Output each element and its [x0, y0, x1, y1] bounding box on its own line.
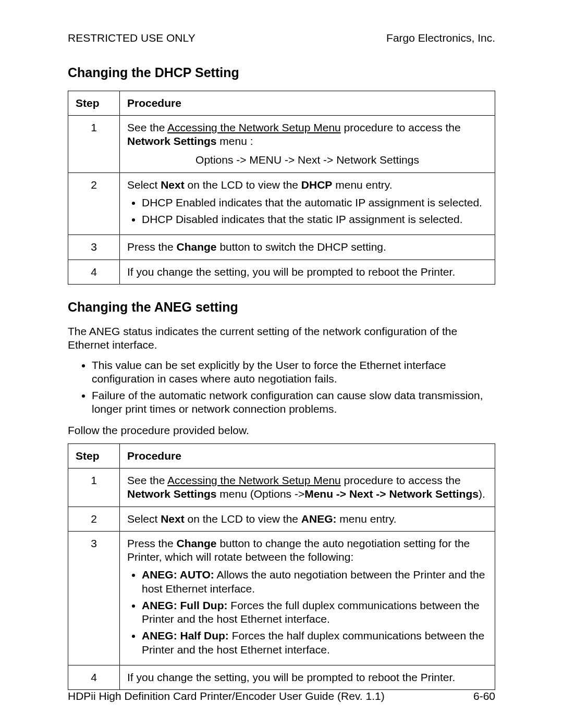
procedure-cell: Select Next on the LCD to view the DHCP … [120, 172, 495, 235]
bold-text: Next [161, 179, 185, 191]
list-item: DHCP Disabled indicates that the static … [142, 213, 487, 226]
step-number: 2 [68, 507, 120, 531]
bold-text: DHCP [301, 179, 333, 191]
text: menu entry. [337, 513, 397, 525]
step-number: 4 [68, 260, 120, 284]
col-procedure: Procedure [120, 91, 495, 115]
text: procedure to access the [341, 121, 461, 133]
bold-text: Change [177, 241, 217, 253]
bold-text: Network Settings [127, 488, 217, 500]
procedure-cell: Press the Change button to change the au… [120, 531, 495, 665]
step-number: 2 [68, 172, 120, 235]
list-item: DHCP Enabled indicates that the automati… [142, 196, 487, 209]
table-row: 2 Select Next on the LCD to view the ANE… [68, 507, 495, 531]
text: menu entry. [332, 179, 392, 191]
table-row: 1 See the Accessing the Network Setup Me… [68, 115, 495, 172]
list-item: ANEG: Full Dup: Forces the full duplex c… [142, 599, 487, 626]
bold-text: ANEG: [301, 513, 337, 525]
bold-text: Change [177, 537, 217, 549]
text: ). [479, 488, 485, 500]
footer-right: 6-60 [473, 689, 495, 703]
step-number: 1 [68, 468, 120, 507]
intro-paragraph: The ANEG status indicates the current se… [68, 325, 495, 352]
table-row: 4 If you change the setting, you will be… [68, 260, 495, 284]
procedure-cell: See the Accessing the Network Setup Menu… [120, 115, 495, 172]
bold-text: ANEG: Full Dup: [142, 599, 227, 611]
list-item: This value can be set explicitly by the … [92, 359, 495, 386]
list-item: ANEG: Half Dup: Forces the half duplex c… [142, 629, 487, 657]
body-bullet-list: This value can be set explicitly by the … [68, 359, 495, 416]
bold-text: ANEG: AUTO: [142, 569, 214, 581]
table-row: 3 Press the Change button to switch the … [68, 235, 495, 260]
text: Select [127, 513, 161, 525]
text: procedure to access the [341, 474, 461, 486]
procedure-cell: See the Accessing the Network Setup Menu… [120, 468, 495, 507]
heading-aneg: Changing the ANEG setting [68, 299, 495, 315]
bullet-list: ANEG: AUTO: Allows the auto negotiation … [127, 568, 487, 657]
header-right: Fargo Electronics, Inc. [386, 31, 495, 45]
heading-dhcp: Changing the DHCP Setting [68, 65, 495, 81]
dhcp-table: Step Procedure 1 See the Accessing the N… [68, 91, 495, 285]
procedure-cell: If you change the setting, you will be p… [120, 260, 495, 284]
text: See the [127, 474, 167, 486]
text: Press the [127, 537, 177, 549]
step-number: 4 [68, 665, 120, 689]
text: Select [127, 179, 161, 191]
text: See the [127, 121, 167, 133]
table-header-row: Step Procedure [68, 443, 495, 468]
table-header-row: Step Procedure [68, 91, 495, 115]
procedure-cell: Select Next on the LCD to view the ANEG:… [120, 507, 495, 531]
bold-text: Menu -> Next -> Network Settings [304, 488, 479, 500]
header-left: RESTRICTED USE ONLY [68, 31, 195, 45]
text: on the LCD to view the [185, 513, 301, 525]
procedure-cell: Press the Change button to switch the DH… [120, 235, 495, 260]
text: Press the [127, 241, 177, 253]
col-procedure: Procedure [120, 443, 495, 468]
page-footer: HDPii High Definition Card Printer/Encod… [68, 689, 495, 703]
table-row: 3 Press the Change button to change the … [68, 531, 495, 665]
page: RESTRICTED USE ONLY Fargo Electronics, I… [0, 0, 563, 728]
follow-text: Follow the procedure provided below. [68, 424, 495, 437]
procedure-cell: If you change the setting, you will be p… [120, 665, 495, 689]
page-header: RESTRICTED USE ONLY Fargo Electronics, I… [68, 31, 495, 45]
table-row: 2 Select Next on the LCD to view the DHC… [68, 172, 495, 235]
bold-text: Network Settings [127, 135, 217, 147]
col-step: Step [68, 91, 120, 115]
footer-left: HDPii High Definition Card Printer/Encod… [68, 689, 385, 703]
link-text: Accessing the Network Setup Menu [167, 121, 341, 133]
step-number: 3 [68, 235, 120, 260]
menu-path: Options -> MENU -> Next -> Network Setti… [127, 153, 487, 167]
text: menu (Options -> [217, 488, 305, 500]
table-row: 4 If you change the setting, you will be… [68, 665, 495, 689]
text: on the LCD to view the [185, 179, 301, 191]
step-number: 1 [68, 115, 120, 172]
list-item: ANEG: AUTO: Allows the auto negotiation … [142, 568, 487, 596]
link-text: Accessing the Network Setup Menu [167, 474, 341, 486]
aneg-table: Step Procedure 1 See the Accessing the N… [68, 443, 495, 690]
step-number: 3 [68, 531, 120, 665]
bold-text: ANEG: Half Dup: [142, 630, 229, 641]
col-step: Step [68, 443, 120, 468]
bold-text: Next [161, 513, 185, 525]
table-row: 1 See the Accessing the Network Setup Me… [68, 468, 495, 507]
text: button to switch the DHCP setting. [217, 241, 386, 253]
bullet-list: DHCP Enabled indicates that the automati… [127, 196, 487, 227]
text: menu : [217, 135, 253, 147]
list-item: Failure of the automatic network configu… [92, 389, 495, 416]
